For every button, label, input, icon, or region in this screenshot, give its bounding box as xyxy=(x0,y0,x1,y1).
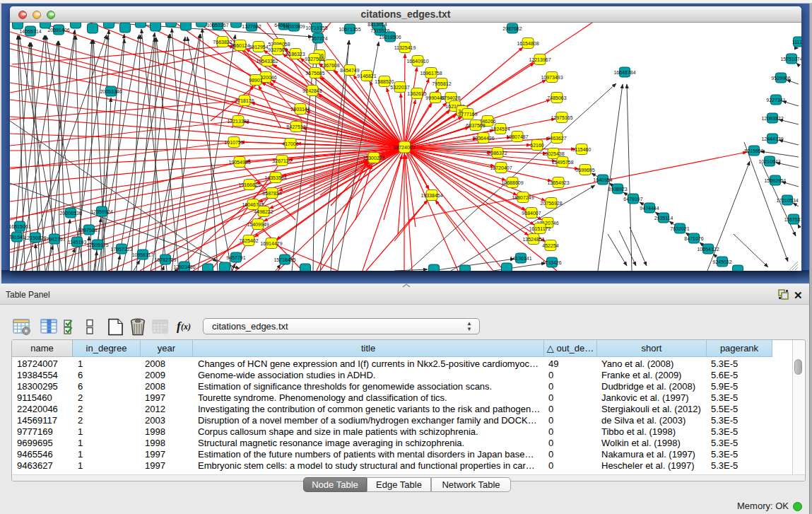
svg-text:15692951: 15692951 xyxy=(764,178,786,183)
svg-text:9245032: 9245032 xyxy=(712,259,731,264)
svg-text:16151172: 16151172 xyxy=(529,226,551,231)
svg-text:7632021: 7632021 xyxy=(670,226,689,231)
svg-text:7485063: 7485063 xyxy=(547,95,566,100)
svg-text:7357224: 7357224 xyxy=(308,36,327,41)
svg-text:13654923: 13654923 xyxy=(547,180,569,185)
svg-text:13975887: 13975887 xyxy=(78,228,100,233)
svg-text:10025438: 10025438 xyxy=(542,151,564,156)
svg-text:2803144: 2803144 xyxy=(290,107,310,112)
svg-text:98901: 98901 xyxy=(249,78,263,83)
svg-text:2935114: 2935114 xyxy=(654,216,673,221)
svg-text:15300275: 15300275 xyxy=(363,156,384,160)
svg-text:1588520: 1588520 xyxy=(375,79,394,84)
svg-text:19054985: 19054985 xyxy=(228,160,250,165)
svg-text:12093822: 12093822 xyxy=(761,116,783,121)
svg-text:10688609: 10688609 xyxy=(501,180,523,185)
svg-text:5322037: 5322037 xyxy=(390,85,409,90)
svg-text:3675685: 3675685 xyxy=(305,71,324,76)
svg-text:13495758: 13495758 xyxy=(551,160,573,165)
svg-text:62160: 62160 xyxy=(530,143,544,148)
svg-text:17010534: 17010534 xyxy=(776,198,798,203)
svg-text:9457791: 9457791 xyxy=(226,255,245,260)
svg-text:16961758: 16961758 xyxy=(420,71,442,76)
svg-text:18724007: 18724007 xyxy=(393,145,415,150)
svg-text:14136141: 14136141 xyxy=(510,256,531,261)
svg-text:10671355: 10671355 xyxy=(339,27,360,32)
svg-text:9115460: 9115460 xyxy=(572,147,592,152)
svg-text:10958117: 10958117 xyxy=(132,252,154,257)
svg-text:10807487: 10807487 xyxy=(506,134,528,139)
svg-text:1167537: 1167537 xyxy=(784,217,801,222)
svg-text:20756928: 20756928 xyxy=(540,201,562,206)
svg-text:10543362: 10543362 xyxy=(256,59,278,64)
svg-text:9529906: 9529906 xyxy=(771,76,790,81)
svg-text:2718176: 2718176 xyxy=(235,98,254,103)
svg-text:9227341: 9227341 xyxy=(766,98,785,103)
svg-text:11123: 11123 xyxy=(792,40,801,45)
svg-text:1010755: 1010755 xyxy=(224,140,243,145)
svg-text:3267130: 3267130 xyxy=(272,158,291,163)
svg-text:15409949: 15409949 xyxy=(247,222,269,227)
svg-text:13524851: 13524851 xyxy=(522,237,544,242)
svg-text:15716485: 15716485 xyxy=(273,257,295,262)
svg-text:19166825: 19166825 xyxy=(238,182,260,187)
svg-text:20206536: 20206536 xyxy=(59,211,81,216)
svg-text:19218506: 19218506 xyxy=(379,35,401,40)
svg-text:1824514: 1824514 xyxy=(490,127,510,132)
svg-text:8427512: 8427512 xyxy=(286,124,305,129)
svg-text:0699695: 0699695 xyxy=(575,168,594,173)
svg-text:8471676: 8471676 xyxy=(684,236,703,241)
svg-text:9146821: 9146821 xyxy=(357,74,376,78)
svg-text:12923486: 12923486 xyxy=(173,264,195,269)
svg-text:1362615: 1362615 xyxy=(407,91,426,96)
svg-text:16640910: 16640910 xyxy=(406,59,428,64)
svg-text:17942757: 17942757 xyxy=(43,237,65,242)
svg-text:14353594: 14353594 xyxy=(264,175,286,180)
svg-text:11325419: 11325419 xyxy=(394,45,416,50)
svg-text:8813054: 8813054 xyxy=(367,23,387,27)
svg-text:1733426: 1733426 xyxy=(542,260,561,265)
svg-text:20053346: 20053346 xyxy=(100,89,122,94)
svg-text:6479197: 6479197 xyxy=(623,197,642,201)
svg-text:15751074: 15751074 xyxy=(780,57,801,62)
svg-text:20691406: 20691406 xyxy=(47,28,69,33)
svg-text:12213967: 12213967 xyxy=(529,57,551,62)
svg-text:12359924: 12359924 xyxy=(90,209,112,214)
svg-text:10654122: 10654122 xyxy=(697,247,719,252)
svg-text:16782759: 16782759 xyxy=(154,257,176,262)
svg-text:13720407: 13720407 xyxy=(490,165,512,170)
svg-text:9327503: 9327503 xyxy=(268,47,287,52)
svg-text:417006: 417006 xyxy=(282,141,298,146)
svg-text:9684007: 9684007 xyxy=(522,211,541,216)
svg-text:9463627: 9463627 xyxy=(547,136,566,141)
svg-text:2086372: 2086372 xyxy=(488,151,507,156)
svg-text:2367608: 2367608 xyxy=(320,63,339,68)
svg-text:10653267: 10653267 xyxy=(206,23,228,28)
svg-text:16154808: 16154808 xyxy=(517,41,539,46)
svg-text:1327602: 1327602 xyxy=(242,24,261,29)
svg-text:9474444: 9474444 xyxy=(640,206,659,211)
svg-text:14055714: 14055714 xyxy=(19,29,41,34)
svg-text:16914479: 16914479 xyxy=(260,241,282,246)
svg-text:12444139: 12444139 xyxy=(761,136,783,141)
svg-text:9327508: 9327508 xyxy=(305,57,324,62)
svg-text:8454749: 8454749 xyxy=(340,68,359,73)
svg-text:9777169: 9777169 xyxy=(458,112,477,117)
svg-text:8186323: 8186323 xyxy=(286,52,305,57)
svg-text:452254: 452254 xyxy=(542,243,558,248)
svg-text:17957223: 17957223 xyxy=(110,247,132,252)
svg-text:3912954: 3912954 xyxy=(249,45,268,49)
svg-text:4498222: 4498222 xyxy=(254,209,273,214)
svg-text:12505175: 12505175 xyxy=(86,243,108,247)
svg-text:(x): (x) xyxy=(181,322,191,332)
svg-text:8587834: 8587834 xyxy=(262,191,281,196)
svg-text:6837568: 6837568 xyxy=(466,123,485,128)
svg-text:10210643: 10210643 xyxy=(758,159,780,164)
svg-text:2087682: 2087682 xyxy=(502,26,522,31)
svg-text:16648784: 16648784 xyxy=(613,70,635,75)
svg-text:20364436: 20364436 xyxy=(472,136,494,141)
svg-text:7663822: 7663822 xyxy=(213,40,232,45)
svg-text:18807249: 18807249 xyxy=(512,195,534,200)
svg-text:7625402: 7625402 xyxy=(239,238,258,243)
svg-text:16033809: 16033809 xyxy=(283,24,305,29)
